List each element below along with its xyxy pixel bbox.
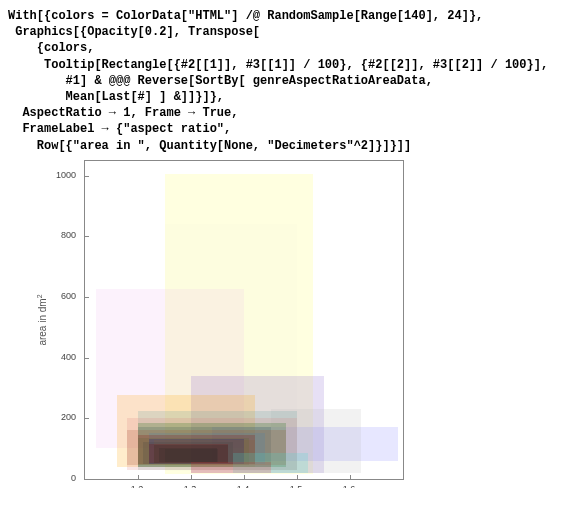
x-tick-label: 1.3 bbox=[184, 484, 197, 488]
x-tick-mark bbox=[138, 475, 139, 479]
code-line: {colors, bbox=[8, 41, 94, 55]
code-line: Row[{"area in ", Quantity[None, "Decimet… bbox=[8, 139, 411, 153]
code-line: FrameLabel → {"aspect ratio", bbox=[8, 122, 231, 136]
x-tick-label: 1.6 bbox=[343, 484, 356, 488]
x-tick-mark bbox=[297, 475, 298, 479]
x-tick-label: 1.2 bbox=[131, 484, 144, 488]
plot-area bbox=[84, 160, 404, 480]
x-tick-label: 1.4 bbox=[237, 484, 250, 488]
data-rectangle bbox=[165, 449, 218, 462]
code-line: Graphics[{Opacity[0.2], Transpose[ bbox=[8, 25, 260, 39]
y-tick-mark bbox=[85, 176, 89, 177]
code-line: AspectRatio → 1, Frame → True, bbox=[8, 106, 238, 120]
y-tick-mark bbox=[85, 358, 89, 359]
x-tick-label: 1.5 bbox=[290, 484, 303, 488]
y-tick-label: 800 bbox=[40, 230, 76, 240]
y-tick-label: 1000 bbox=[40, 170, 76, 180]
code-block: With[{colors = ColorData["HTML"] /@ Rand… bbox=[8, 8, 572, 154]
code-line: #1] & @@@ Reverse[SortBy[ genreAspectRat… bbox=[8, 74, 433, 88]
chart-container: area in dm2 02004006008001000 1.21.31.41… bbox=[40, 160, 400, 480]
data-rectangle bbox=[191, 462, 271, 473]
y-tick-label: 400 bbox=[40, 352, 76, 362]
x-tick-mark bbox=[191, 475, 192, 479]
y-tick-mark bbox=[85, 418, 89, 419]
y-tick-label: 0 bbox=[40, 473, 76, 483]
y-tick-mark bbox=[85, 236, 89, 237]
code-line: Mean[Last[#] ] &]]}]}, bbox=[8, 90, 224, 104]
code-line: With[{colors = ColorData["HTML"] /@ Rand… bbox=[8, 9, 483, 23]
y-tick-label: 600 bbox=[40, 291, 76, 301]
x-tick-mark bbox=[244, 475, 245, 479]
x-tick-mark bbox=[350, 475, 351, 479]
y-tick-mark bbox=[85, 297, 89, 298]
code-line: Tooltip[Rectangle[{#2[[1]], #3[[1]] / 10… bbox=[8, 58, 548, 72]
y-axis: 02004006008001000 bbox=[40, 160, 80, 480]
x-axis: 1.21.31.41.51.6 bbox=[84, 480, 404, 488]
y-tick-label: 200 bbox=[40, 412, 76, 422]
